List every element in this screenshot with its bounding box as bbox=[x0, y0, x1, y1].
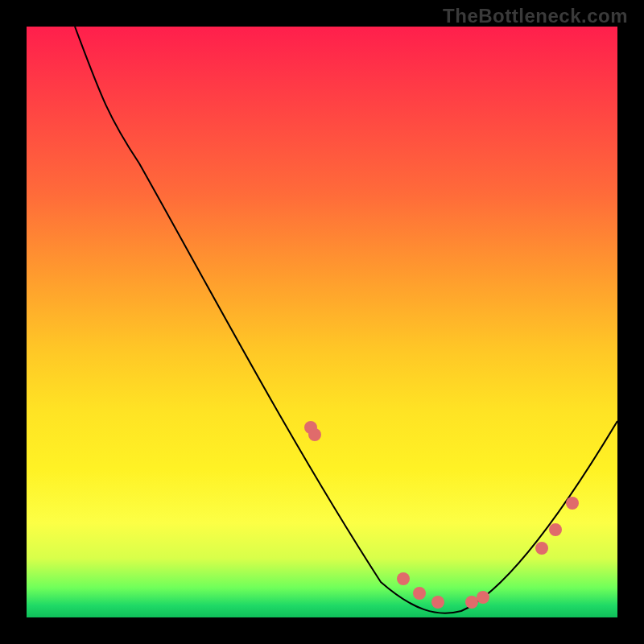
marker-dot bbox=[413, 587, 426, 600]
bottleneck-curve bbox=[75, 27, 617, 613]
marker-dot bbox=[535, 542, 548, 555]
marker-dot bbox=[397, 572, 410, 585]
chart-svg bbox=[27, 27, 617, 617]
marker-dot bbox=[477, 591, 489, 604]
watermark-text: TheBottleneck.com bbox=[443, 5, 628, 27]
marker-dot bbox=[465, 596, 478, 609]
chart-container: TheBottleneck.com bbox=[0, 0, 644, 644]
marker-dot bbox=[308, 428, 321, 441]
marker-pill bbox=[324, 452, 342, 481]
marker-pill bbox=[345, 487, 365, 522]
marker-dot bbox=[549, 523, 562, 536]
marker-dot bbox=[431, 596, 444, 609]
marker-pill bbox=[368, 527, 387, 558]
markers-group bbox=[304, 421, 579, 609]
marker-dot bbox=[566, 497, 579, 510]
plot-area bbox=[27, 27, 617, 617]
